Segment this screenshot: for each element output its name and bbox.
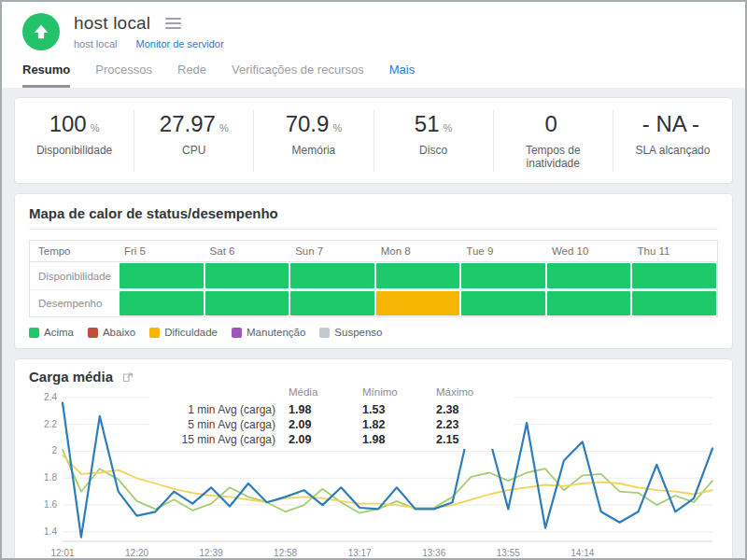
tab-processos[interactable]: Processos xyxy=(95,63,152,88)
x-tick-label: 12:20 xyxy=(125,548,148,558)
summary-row-label: 15 min Avg (carga) xyxy=(152,432,289,447)
stat-label: SLA alcançado xyxy=(617,144,728,157)
summary-header-row: MédiaMínimoMáximo xyxy=(152,385,510,399)
load-average-card: Carga média 1.41.61.822.22.412:0112:2012… xyxy=(14,358,733,560)
heatmap-cell[interactable] xyxy=(632,291,716,315)
summary-value: 2.23 xyxy=(436,417,510,432)
chart-area: 1.41.61.822.22.412:0112:2012:3912:5813:1… xyxy=(29,385,718,560)
heatmap-table: TempoFri 5Sat 6Sun 7Mon 8Tue 9Wed 10Thu … xyxy=(29,240,718,317)
heatmap-col-header-tempo: Tempo xyxy=(30,241,119,261)
stat-unit: % xyxy=(219,122,229,133)
monitor-type-link[interactable]: Monitor de servidor xyxy=(135,38,223,49)
heatmap-legend-dificuldade: Dificuldade xyxy=(149,327,218,338)
summary-value: 1.98 xyxy=(362,432,436,447)
load-summary-table: MédiaMínimoMáximo1 min Avg (carga)1.981.… xyxy=(148,385,514,449)
monitor-dashboard: host local host localMonitor de servidor… xyxy=(0,0,747,560)
heatmap-cell[interactable] xyxy=(290,291,374,315)
legend-swatch xyxy=(232,328,242,338)
up-arrow-icon xyxy=(31,21,51,42)
heatmap-cell[interactable] xyxy=(547,291,631,315)
summary-value: 1.53 xyxy=(362,402,436,417)
legend-label: Acima xyxy=(44,327,74,338)
host-name-label: host local xyxy=(74,38,117,49)
heatmap-cell[interactable] xyxy=(376,263,460,288)
x-tick-label: 12:58 xyxy=(274,548,297,558)
summary-stats-card: 100%Disponibilidade27.97%CPU70.9%Memória… xyxy=(14,97,733,184)
stat-label: CPU xyxy=(138,144,249,157)
y-tick-label: 2 xyxy=(51,445,57,455)
summary-row-5-min-avg-carga: 5 min Avg (carga)2.091.822.23 xyxy=(152,417,510,432)
stat-label: Tempos de inatividade xyxy=(498,144,609,170)
y-tick-label: 1.4 xyxy=(44,526,57,537)
tab-resumo[interactable]: Resumo xyxy=(22,63,70,88)
heatmap-col-header-thu-11: Thu 11 xyxy=(631,241,717,261)
heatmap-row-label: Desempenho xyxy=(30,290,119,316)
heatmap-title: Mapa de calor de status/desempenho xyxy=(29,205,718,230)
stat-cpu: 27.97%CPU xyxy=(134,110,254,172)
stat-sla-alcan-ado: - NA -SLA alcançado xyxy=(613,110,732,172)
summary-row-label: 5 min Avg (carga) xyxy=(152,417,289,432)
stat-label: Memória xyxy=(258,144,369,157)
heatmap-cell[interactable] xyxy=(205,263,289,288)
summary-col-m-nimo: Mínimo xyxy=(362,385,436,399)
x-tick-label: 13:17 xyxy=(348,548,372,558)
heatmap-col-header-fri-5: Fri 5 xyxy=(119,241,204,261)
tab-rede[interactable]: Rede xyxy=(177,63,206,88)
content: 100%Disponibilidade27.97%CPU70.9%Memória… xyxy=(2,88,745,560)
legend-swatch xyxy=(88,328,98,338)
legend-label: Abaixo xyxy=(103,327,135,338)
heatmap-cell[interactable] xyxy=(205,291,289,315)
heatmap-cell[interactable] xyxy=(290,263,374,288)
heatmap-legend-manuten-o: Manutenção xyxy=(232,327,305,338)
heatmap-cell[interactable] xyxy=(547,263,631,288)
heatmap-row-disponibilidade: Disponibilidade xyxy=(30,262,717,289)
stat-label: Disponibilidade xyxy=(19,144,130,157)
heatmap-cell[interactable] xyxy=(461,263,545,288)
x-tick-label: 14:14 xyxy=(571,548,594,558)
hamburger-menu-icon[interactable] xyxy=(165,13,181,34)
tab-mais[interactable]: Mais xyxy=(389,63,415,88)
heatmap-cell[interactable] xyxy=(461,291,545,315)
chart-title: Carga média xyxy=(29,369,113,385)
heatmap-cell[interactable] xyxy=(120,263,204,288)
monitor-status-icon xyxy=(22,13,60,50)
heatmap-header-row: TempoFri 5Sat 6Sun 7Mon 8Tue 9Wed 10Thu … xyxy=(30,241,717,262)
stat-value: 0 xyxy=(545,111,557,136)
summary-row-15-min-avg-carga: 15 min Avg (carga)2.091.982.15 xyxy=(152,432,510,447)
legend-label: Manutenção xyxy=(247,327,305,338)
stat-value: 100 xyxy=(49,111,87,136)
heatmap-col-header-sat-6: Sat 6 xyxy=(204,241,290,261)
x-tick-label: 12:39 xyxy=(200,548,223,558)
stat-unit: % xyxy=(332,122,342,133)
stat-mem-ria: 70.9%Memória xyxy=(254,110,374,172)
page-title: host local xyxy=(74,13,150,34)
heatmap-card: Mapa de calor de status/desempenho Tempo… xyxy=(14,193,733,349)
heatmap-legend-abaixo: Abaixo xyxy=(88,327,135,338)
y-tick-label: 1.8 xyxy=(44,472,57,483)
summary-value: 1.98 xyxy=(289,402,362,417)
heatmap-cell[interactable] xyxy=(376,291,460,315)
y-tick-label: 1.6 xyxy=(44,499,57,510)
legend-label: Suspenso xyxy=(334,327,382,338)
x-tick-label: 13:55 xyxy=(497,548,520,558)
legend-swatch xyxy=(149,328,160,338)
tab-verifica-es-de-recursos[interactable]: Verificações de recursos xyxy=(232,63,364,88)
heatmap-row-label: Disponibilidade xyxy=(30,262,119,289)
stat-disco: 51%Disco xyxy=(374,110,494,172)
heatmap-legend-acima: Acima xyxy=(29,327,74,338)
heatmap-cell[interactable] xyxy=(632,263,716,288)
legend-swatch xyxy=(319,328,330,338)
heatmap-cell[interactable] xyxy=(120,291,204,315)
stat-value: 51 xyxy=(415,111,440,136)
heatmap-legend: AcimaAbaixoDificuldadeManutençãoSuspenso xyxy=(29,327,718,338)
stat-label: Disco xyxy=(378,144,489,157)
summary-value: 2.09 xyxy=(289,417,362,432)
stat-value: - NA - xyxy=(642,111,699,136)
tab-bar: ResumoProcessosRedeVerificações de recur… xyxy=(2,50,745,88)
stat-value: 27.97 xyxy=(160,111,216,136)
summary-value: 2.09 xyxy=(289,432,362,447)
stat-unit: % xyxy=(91,122,100,133)
legend-label: Dificuldade xyxy=(164,327,218,338)
stat-disponibilidade: 100%Disponibilidade xyxy=(15,110,134,172)
external-link-icon[interactable] xyxy=(122,371,134,383)
